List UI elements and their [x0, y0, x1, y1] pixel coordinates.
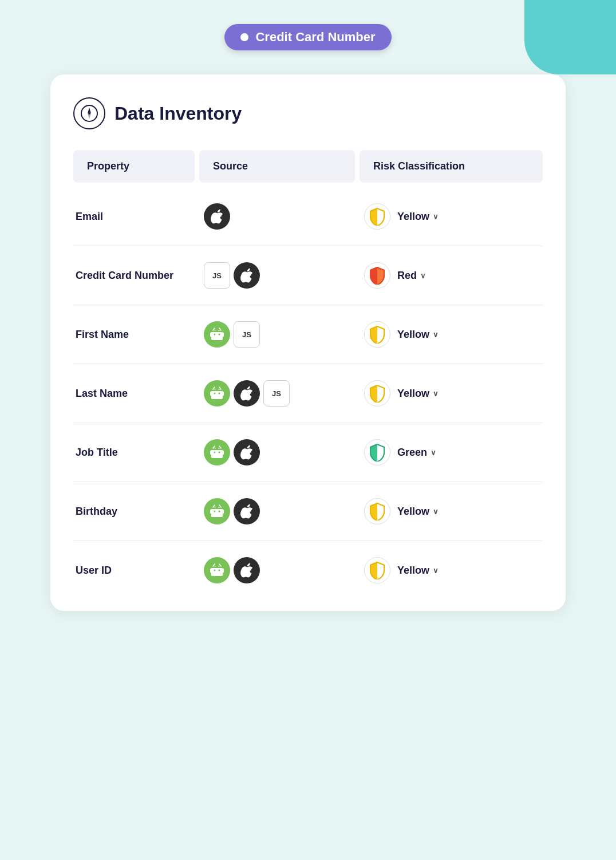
svg-point-17 — [219, 452, 220, 453]
risk-cell[interactable]: Yellow ∨ — [360, 380, 543, 407]
risk-label[interactable]: Yellow ∨ — [397, 388, 439, 400]
shield-icon — [364, 498, 390, 524]
svg-rect-6 — [210, 333, 212, 337]
svg-point-9 — [219, 330, 220, 331]
svg-point-26 — [215, 507, 216, 508]
svg-rect-13 — [223, 392, 224, 396]
android-icon — [204, 321, 230, 348]
chevron-down-icon: ∨ — [433, 212, 439, 221]
svg-rect-7 — [223, 333, 224, 337]
svg-point-20 — [215, 448, 216, 449]
svg-point-22 — [214, 511, 216, 512]
shield-icon — [364, 380, 390, 407]
svg-point-8 — [215, 330, 216, 331]
col-header-property: Property — [73, 150, 195, 183]
android-icon — [204, 557, 230, 583]
table-row: Job Title — [73, 423, 543, 482]
apple-icon — [234, 498, 260, 524]
svg-rect-12 — [210, 392, 212, 396]
page-title: Data Inventory — [114, 103, 242, 124]
svg-rect-18 — [210, 451, 212, 455]
svg-rect-30 — [210, 569, 212, 573]
teal-line — [613, 29, 616, 74]
chevron-down-icon: ∨ — [433, 566, 439, 575]
android-icon — [204, 439, 230, 465]
js-icon: JS — [263, 380, 290, 407]
col-header-source: Source — [199, 150, 355, 183]
compass-icon — [73, 97, 105, 129]
tooltip-pill: Credit Card Number — [224, 24, 391, 50]
svg-point-15 — [219, 389, 220, 390]
source-cell: JS — [199, 380, 360, 407]
apple-icon — [234, 380, 260, 407]
table-row: Last Name JS — [73, 364, 543, 423]
source-cell — [199, 439, 360, 465]
svg-point-5 — [219, 334, 220, 336]
chevron-down-icon: ∨ — [433, 507, 439, 516]
table-row: Credit Card Number JS Red ∨ — [73, 246, 543, 305]
svg-rect-25 — [223, 510, 224, 514]
svg-point-3 — [88, 112, 90, 115]
risk-label[interactable]: Red ∨ — [397, 270, 426, 282]
chevron-down-icon: ∨ — [433, 330, 439, 339]
svg-point-28 — [214, 570, 216, 571]
teal-corner — [502, 0, 616, 74]
chevron-down-icon: ∨ — [420, 271, 426, 280]
card-header: Data Inventory — [73, 97, 543, 129]
risk-cell[interactable]: Green ∨ — [360, 439, 543, 465]
svg-point-32 — [215, 566, 216, 567]
svg-point-14 — [215, 389, 216, 390]
shield-icon — [364, 321, 390, 348]
apple-icon — [234, 439, 260, 465]
risk-cell[interactable]: Yellow ∨ — [360, 321, 543, 348]
apple-icon — [234, 262, 260, 289]
android-icon — [204, 380, 230, 407]
shield-icon — [364, 203, 390, 230]
property-cell: First Name — [73, 329, 199, 341]
source-cell: JS — [199, 262, 360, 289]
risk-cell[interactable]: Yellow ∨ — [360, 557, 543, 583]
table-header: Property Source Risk Classification — [73, 150, 543, 183]
source-cell: JS — [199, 321, 360, 348]
js-icon: JS — [234, 321, 260, 348]
top-area: Credit Card Number — [0, 0, 616, 74]
risk-cell[interactable]: Red ∨ — [360, 262, 543, 289]
property-cell: Job Title — [73, 447, 199, 459]
svg-rect-31 — [223, 569, 224, 573]
svg-point-23 — [219, 511, 220, 512]
risk-label[interactable]: Yellow ∨ — [397, 506, 439, 518]
js-icon: JS — [204, 262, 230, 289]
risk-label[interactable]: Yellow ∨ — [397, 329, 439, 341]
property-cell: User ID — [73, 565, 199, 577]
svg-point-10 — [214, 393, 216, 395]
col-header-risk: Risk Classification — [360, 150, 543, 183]
property-cell: Email — [73, 211, 199, 223]
property-cell: Birthday — [73, 506, 199, 518]
table-row: Birthday — [73, 482, 543, 541]
risk-label[interactable]: Yellow ∨ — [397, 211, 439, 223]
table-row: Email Yellow ∨ — [73, 187, 543, 246]
risk-label[interactable]: Yellow ∨ — [397, 565, 439, 577]
tooltip-dot — [240, 33, 248, 41]
svg-point-29 — [219, 570, 220, 571]
source-cell — [199, 203, 360, 230]
apple-icon — [234, 557, 260, 583]
risk-cell[interactable]: Yellow ∨ — [360, 203, 543, 230]
apple-icon — [204, 203, 230, 230]
shield-icon — [364, 557, 390, 583]
property-cell: Credit Card Number — [73, 270, 199, 282]
svg-point-4 — [214, 334, 216, 336]
risk-cell[interactable]: Yellow ∨ — [360, 498, 543, 524]
source-cell — [199, 498, 360, 524]
shield-icon — [364, 439, 390, 465]
svg-point-11 — [219, 393, 220, 395]
tooltip-label: Credit Card Number — [255, 30, 375, 45]
android-icon — [204, 498, 230, 524]
shield-icon — [364, 262, 390, 289]
property-cell: Last Name — [73, 388, 199, 400]
svg-point-21 — [219, 448, 220, 449]
chevron-down-icon: ∨ — [433, 389, 439, 398]
svg-point-27 — [219, 507, 220, 508]
risk-label[interactable]: Green ∨ — [397, 447, 436, 459]
table-row: User ID — [73, 541, 543, 599]
